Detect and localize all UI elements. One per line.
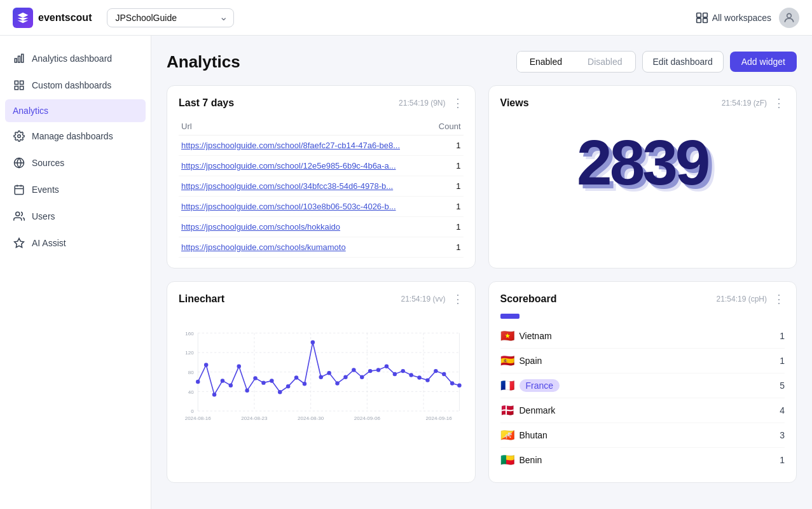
score-country-name: France [520, 379, 560, 392]
linechart-menu-button[interactable]: ⋮ [452, 292, 464, 306]
score-row: 🇫🇷 France 5 [500, 373, 785, 398]
sidebar-item-sources-label: Sources [32, 158, 64, 168]
sidebar-item-analytics[interactable]: Analytics [5, 99, 146, 122]
chart-dot [442, 372, 446, 376]
views-count: 2839 [577, 130, 708, 194]
enabled-toggle-button[interactable]: Enabled [517, 52, 575, 72]
sidebar-item-users-label: Users [32, 211, 55, 221]
layout-icon [13, 79, 25, 92]
chart-dot [434, 369, 437, 373]
svg-marker-20 [15, 239, 24, 248]
add-widget-button[interactable]: Add widget [730, 52, 797, 72]
score-flag: 🇧🇹 [500, 428, 514, 442]
sidebar-item-events[interactable]: Events [0, 177, 151, 202]
sidebar-item-ai-assist[interactable]: AI Assist [0, 230, 151, 256]
svg-text:2024-09-16: 2024-09-16 [426, 416, 453, 422]
score-country: 🇪🇸 Spain [500, 354, 542, 368]
url-cell[interactable]: https://jpschoolguide.com/schools/hokkai… [179, 217, 432, 237]
svg-rect-1 [703, 13, 707, 17]
chart-dot [204, 363, 208, 366]
chart-dot [385, 365, 389, 368]
count-cell: 1 [432, 217, 463, 237]
svg-rect-10 [15, 87, 18, 90]
chart-dot [450, 381, 454, 385]
svg-rect-9 [20, 81, 24, 84]
score-count: 3 [780, 430, 785, 440]
last7days-table: Url Count https://jpschoolguide.com/scho… [167, 118, 475, 268]
scoreboard-header-right: 21:54:19 (cpH) ⋮ [717, 292, 785, 306]
views-menu-button[interactable]: ⋮ [773, 96, 785, 110]
chart-dot [417, 375, 421, 379]
sidebar: Analytics dashboard Custom dashboards An… [0, 36, 151, 509]
table-row: https://jpschoolguide.com/school/8faefc2… [179, 136, 464, 156]
user-avatar[interactable] [779, 8, 799, 28]
linechart-header-right: 21:54:19 (vv) ⋮ [401, 292, 463, 306]
sidebar-item-analytics-dashboard-label: Analytics dashboard [32, 53, 112, 64]
content-header: Analytics Enabled Disabled Edit dashboar… [167, 51, 797, 73]
main-layout: Analytics dashboard Custom dashboards An… [0, 36, 812, 509]
sidebar-item-manage-dashboards[interactable]: Manage dashboards [0, 123, 151, 149]
svg-rect-11 [20, 87, 24, 90]
score-flag: 🇧🇯 [500, 453, 514, 467]
last7days-header-right: 21:54:19 (9N) ⋮ [399, 96, 463, 110]
score-row: 🇻🇳 Vietnam 1 [500, 324, 785, 349]
count-cell: 1 [432, 156, 463, 176]
chart-dot [237, 365, 241, 368]
views-widget-body: 2839 [489, 118, 797, 212]
workspace-wrapper[interactable]: JPSchoolGuide [107, 8, 234, 27]
disabled-toggle-button[interactable]: Disabled [575, 52, 635, 72]
svg-text:80: 80 [188, 370, 194, 375]
svg-rect-7 [22, 54, 24, 62]
all-workspaces-button[interactable]: All workspaces [696, 11, 771, 24]
chart-dot [425, 378, 429, 382]
scoreboard-widget-header: Scoreboard 21:54:19 (cpH) ⋮ [489, 282, 797, 314]
sidebar-item-custom-dashboards[interactable]: Custom dashboards [0, 73, 151, 98]
chart-dot [393, 372, 397, 376]
svg-text:2024-09-06: 2024-09-06 [354, 416, 381, 422]
url-cell[interactable]: https://jpschoolguide.com/school/8faefc2… [179, 136, 432, 156]
workspace-select[interactable]: JPSchoolGuide [107, 8, 234, 27]
last7days-widget: Last 7 days 21:54:19 (9N) ⋮ Url Count [167, 85, 476, 268]
last7days-menu-button[interactable]: ⋮ [452, 96, 464, 110]
url-cell[interactable]: https://jpschoolguide.com/school/12e5e98… [179, 156, 432, 176]
score-row: 🇪🇸 Spain 1 [500, 349, 785, 373]
chart-dot [360, 375, 364, 379]
url-cell[interactable]: https://jpschoolguide.com/schools/kumamo… [179, 237, 432, 258]
settings-icon [13, 130, 25, 143]
chart-dot [253, 376, 257, 380]
chart-dot [294, 375, 298, 379]
topbar-right: All workspaces [696, 8, 799, 28]
score-row: 🇩🇰 Denmark 4 [500, 398, 785, 423]
chart-dot [335, 381, 339, 385]
views-header-right: 21:54:19 (zF) ⋮ [722, 96, 785, 110]
workspaces-icon [696, 11, 708, 24]
enabled-disabled-toggle: Enabled Disabled [516, 51, 636, 73]
scoreboard-menu-button[interactable]: ⋮ [773, 292, 785, 306]
calendar-icon [13, 183, 25, 196]
table-row: https://jpschoolguide.com/schools/hokkai… [179, 217, 464, 237]
score-country-name: Spain [520, 356, 542, 366]
globe-icon [13, 157, 25, 169]
last7days-widget-meta: 21:54:19 (9N) [399, 99, 445, 108]
chart-dot [343, 375, 347, 379]
sidebar-item-users[interactable]: Users [0, 204, 151, 229]
sidebar-item-sources[interactable]: Sources [0, 150, 151, 176]
score-country: 🇩🇰 Denmark [500, 403, 556, 417]
content-area: Analytics Enabled Disabled Edit dashboar… [151, 36, 812, 509]
count-cell: 1 [432, 197, 463, 217]
url-cell[interactable]: https://jpschoolguide.com/school/34bfcc3… [179, 176, 432, 197]
score-country: 🇻🇳 Vietnam [500, 329, 552, 343]
svg-rect-6 [18, 56, 20, 62]
sidebar-item-analytics-dashboard[interactable]: Analytics dashboard [0, 46, 151, 71]
table-row: https://jpschoolguide.com/school/34bfcc3… [179, 176, 464, 197]
score-country: 🇫🇷 France [500, 379, 560, 393]
svg-point-12 [18, 135, 21, 138]
svg-rect-2 [696, 18, 701, 22]
svg-rect-8 [15, 81, 18, 84]
url-cell[interactable]: https://jpschoolguide.com/school/103e8b0… [179, 197, 432, 217]
score-country-name: Bhutan [520, 430, 547, 440]
views-widget-header: Views 21:54:19 (zF) ⋮ [489, 86, 797, 118]
edit-dashboard-button[interactable]: Edit dashboard [642, 51, 724, 73]
chart-dot [229, 383, 233, 387]
linechart-line [198, 342, 459, 394]
